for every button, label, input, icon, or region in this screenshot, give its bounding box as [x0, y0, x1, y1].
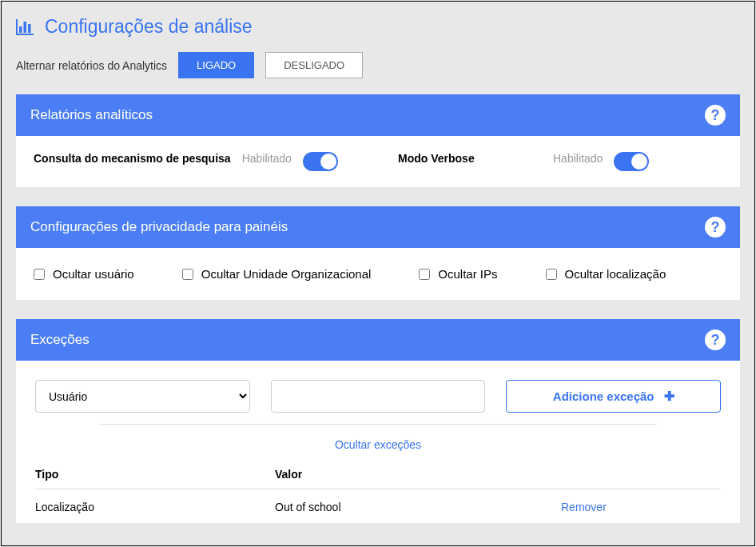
help-icon[interactable]: ? [705, 217, 726, 238]
exception-value-input[interactable] [271, 380, 486, 413]
exception-type-select[interactable]: Usuário [35, 380, 250, 413]
svg-rect-3 [24, 22, 27, 33]
reports-panel-title: Relatórios analíticos [30, 107, 153, 123]
exceptions-panel-title: Exceções [30, 332, 90, 348]
page-title-row: Configurações de análise [16, 16, 740, 38]
privacy-panel: Configurações de privacidade para painéi… [16, 206, 740, 300]
reports-panel-header: Relatórios analíticos ? [16, 94, 740, 136]
search-engine-state: Habilitado [242, 152, 292, 165]
privacy-panel-title: Configurações de privacidade para painéi… [30, 219, 288, 235]
hide-exceptions-link[interactable]: Ocultar exceções [335, 438, 421, 451]
analytics-toggle-row: Alternar relatórios do Analytics LIGADO … [16, 52, 740, 78]
svg-rect-0 [16, 19, 18, 35]
exceptions-table: Tipo Valor Localização Out of school Rem… [35, 468, 721, 513]
verbose-label: Modo Verbose [398, 152, 478, 165]
search-engine-switch-group: Consulta do mecanismo de pesquisa Habili… [34, 152, 358, 171]
privacy-panel-header: Configurações de privacidade para painéi… [16, 206, 740, 248]
search-engine-toggle[interactable] [303, 152, 338, 171]
add-exception-label: Adicione exceção [553, 389, 655, 403]
toggle-off-button[interactable]: DESLIGADO [265, 52, 363, 78]
bar-chart-icon [16, 19, 34, 35]
page-title: Configurações de análise [45, 16, 253, 38]
plus-icon: ✚ [664, 389, 674, 404]
svg-rect-4 [28, 24, 31, 33]
row-valor: Out of school [275, 501, 561, 513]
verbose-toggle[interactable] [614, 152, 649, 171]
remove-link[interactable]: Remover [561, 501, 607, 513]
hide-org-checkbox[interactable]: Ocultar Unidade Organizacional [182, 267, 372, 281]
table-header: Tipo Valor [35, 468, 721, 489]
row-tipo: Localização [35, 501, 275, 513]
hide-org-label: Ocultar Unidade Organizacional [201, 267, 372, 281]
svg-rect-2 [19, 26, 22, 33]
add-exception-button[interactable]: Adicione exceção ✚ [506, 380, 721, 413]
svg-rect-1 [16, 34, 34, 35]
hide-user-checkbox[interactable]: Ocultar usuário [34, 267, 134, 281]
verbose-switch-group: Modo Verbose Habilitado [398, 152, 722, 171]
hide-org-input[interactable] [182, 269, 193, 280]
reports-panel: Relatórios analíticos ? Consulta do meca… [16, 94, 740, 187]
hide-user-input[interactable] [34, 269, 45, 280]
help-icon[interactable]: ? [705, 105, 726, 126]
hide-location-checkbox[interactable]: Ocultar localização [546, 267, 666, 281]
analytics-toggle-label: Alternar relatórios do Analytics [16, 59, 167, 72]
hide-location-input[interactable] [546, 269, 557, 280]
table-row: Localização Out of school Remover [35, 489, 721, 513]
search-engine-label: Consulta do mecanismo de pesquisa [34, 152, 231, 165]
hide-ips-label: Ocultar IPs [438, 267, 497, 281]
exceptions-panel: Exceções ? Usuário Adicione exceção ✚ Oc… [16, 319, 740, 523]
toggle-on-button[interactable]: LIGADO [178, 52, 254, 78]
hide-user-label: Ocultar usuário [53, 267, 134, 281]
col-valor-header: Valor [275, 468, 561, 481]
col-tipo-header: Tipo [35, 468, 275, 481]
hide-ips-checkbox[interactable]: Ocultar IPs [419, 267, 497, 281]
hide-location-label: Ocultar localização [565, 267, 666, 281]
verbose-state: Habilitado [553, 152, 603, 165]
exceptions-panel-header: Exceções ? [16, 319, 740, 361]
hide-ips-input[interactable] [419, 269, 430, 280]
help-icon[interactable]: ? [705, 329, 726, 350]
